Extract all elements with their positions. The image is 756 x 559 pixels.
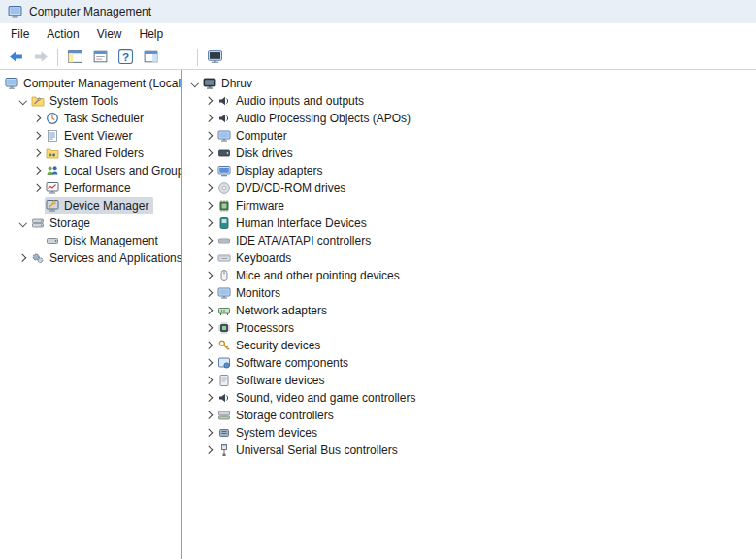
tree-item[interactable]: Audio inputs and outputs	[188, 92, 756, 110]
tree-item[interactable]: Display adapters	[188, 162, 756, 180]
tree-item-content[interactable]: Disk Management	[45, 232, 163, 249]
action-pane-button[interactable]	[139, 47, 162, 68]
back-button[interactable]	[4, 47, 27, 68]
tree-item[interactable]: Processors	[188, 319, 756, 337]
tree-item[interactable]: Computer Management (Local)	[2, 75, 181, 92]
tree-item[interactable]: Sound, video and game controllers	[188, 389, 756, 407]
tree-item[interactable]: Storage controllers	[188, 407, 756, 424]
chevron-icon[interactable]	[203, 249, 216, 267]
tree-item[interactable]: Storage	[2, 214, 181, 232]
tree-item-content[interactable]: Device Manager	[45, 197, 153, 214]
chevron-icon[interactable]	[203, 214, 216, 232]
chevron-icon[interactable]	[31, 145, 45, 162]
tree-item-content[interactable]: DVD/CD-ROM drives	[216, 180, 350, 197]
tree-item[interactable]: IDE ATA/ATAPI controllers	[188, 232, 756, 249]
tree-item-content[interactable]: Local Users and Groups	[45, 162, 182, 180]
tree-item[interactable]: Computer	[188, 127, 756, 145]
tree-item-content[interactable]: System Tools	[30, 92, 123, 110]
tree-item-content[interactable]: Audio Processing Objects (APOs)	[216, 110, 415, 127]
chevron-icon[interactable]	[203, 337, 216, 354]
tree-item[interactable]: Performance	[2, 180, 181, 197]
chevron-icon[interactable]	[203, 354, 216, 372]
chevron-icon[interactable]	[31, 127, 45, 145]
chevron-icon[interactable]	[203, 319, 216, 337]
tree-item-content[interactable]: Storage	[30, 214, 95, 232]
chevron-icon[interactable]	[16, 92, 30, 110]
menu-action[interactable]: Action	[38, 24, 87, 44]
scan-hardware-button[interactable]	[203, 47, 226, 68]
tree-item-content[interactable]: Software components	[216, 354, 353, 372]
tree-item[interactable]: System devices	[188, 424, 756, 442]
tree-item[interactable]: Local Users and Groups	[2, 162, 181, 180]
tree-item[interactable]: Task Scheduler	[2, 110, 181, 127]
properties-button[interactable]	[88, 47, 112, 68]
tree-item-content[interactable]: Storage controllers	[216, 407, 339, 424]
tree-item-content[interactable]: Display adapters	[216, 162, 327, 180]
tree-item-content[interactable]: Firmware	[216, 197, 289, 214]
tree-item[interactable]: Human Interface Devices	[188, 214, 756, 232]
tree-item[interactable]: System Tools	[2, 92, 181, 110]
tree-item-content[interactable]: Performance	[45, 180, 136, 197]
chevron-icon[interactable]	[203, 232, 216, 249]
tree-item[interactable]: Audio Processing Objects (APOs)	[188, 110, 756, 127]
chevron-icon[interactable]	[203, 302, 216, 319]
menu-help[interactable]: Help	[131, 24, 173, 44]
tree-item-content[interactable]: Security devices	[216, 337, 325, 354]
chevron-icon[interactable]	[188, 75, 202, 92]
tree-item[interactable]: Device Manager	[2, 197, 181, 214]
chevron-icon[interactable]	[203, 424, 216, 442]
tree-item[interactable]: Software devices	[188, 372, 756, 389]
tree-item-content[interactable]: Dhruv	[202, 75, 257, 92]
chevron-icon[interactable]	[203, 145, 216, 162]
menu-view[interactable]: View	[88, 24, 131, 44]
chevron-icon[interactable]	[203, 372, 216, 389]
tree-item[interactable]: Network adapters	[188, 302, 756, 319]
tree-item-content[interactable]: Universal Serial Bus controllers	[216, 442, 403, 459]
tree-item[interactable]: Shared Folders	[2, 145, 181, 162]
chevron-icon[interactable]	[203, 442, 216, 459]
tree-item-content[interactable]: Software devices	[216, 372, 329, 389]
tree-item[interactable]: Firmware	[188, 197, 756, 214]
tree-item[interactable]: Universal Serial Bus controllers	[188, 442, 756, 459]
chevron-icon[interactable]	[16, 214, 30, 232]
tree-item-content[interactable]: Audio inputs and outputs	[216, 92, 369, 110]
tree-item-content[interactable]: Computer Management (Local)	[4, 75, 182, 92]
tree-item-content[interactable]: Disk drives	[216, 145, 298, 162]
tree-item-content[interactable]: Keyboards	[216, 249, 296, 267]
chevron-icon[interactable]	[31, 180, 45, 197]
chevron-icon[interactable]	[203, 267, 216, 284]
tree-item-content[interactable]: Event Viewer	[45, 127, 137, 145]
tree-item[interactable]: Monitors	[188, 284, 756, 302]
menu-file[interactable]: File	[2, 24, 38, 44]
chevron-icon[interactable]	[203, 180, 216, 197]
tree-item-content[interactable]: Services and Applications	[30, 249, 182, 267]
tree-item-content[interactable]: Task Scheduler	[45, 110, 148, 127]
chevron-icon[interactable]	[203, 389, 216, 407]
tree-item-content[interactable]: Sound, video and game controllers	[216, 389, 420, 407]
tree-item-content[interactable]: Processors	[216, 319, 299, 337]
tree-item[interactable]: Keyboards	[188, 249, 756, 267]
chevron-icon[interactable]	[31, 110, 45, 127]
chevron-icon[interactable]	[203, 407, 216, 424]
tree-item[interactable]: Disk drives	[188, 145, 756, 162]
tree-item-content[interactable]: IDE ATA/ATAPI controllers	[216, 232, 376, 249]
help-button[interactable]: ?	[114, 47, 137, 68]
tree-item-content[interactable]: Shared Folders	[45, 145, 148, 162]
tree-item-content[interactable]: Human Interface Devices	[216, 214, 372, 232]
chevron-icon[interactable]	[203, 284, 216, 302]
tree-item-content[interactable]: Monitors	[216, 284, 285, 302]
chevron-icon[interactable]	[203, 162, 216, 180]
tree-item[interactable]: Security devices	[188, 337, 756, 354]
tree-item[interactable]: DVD/CD-ROM drives	[188, 180, 756, 197]
tree-item[interactable]: Services and Applications	[2, 249, 181, 267]
forward-button[interactable]	[29, 47, 52, 68]
chevron-icon[interactable]	[16, 249, 30, 267]
tree-item[interactable]: Mice and other pointing devices	[188, 267, 756, 284]
tree-item[interactable]: Software components	[188, 354, 756, 372]
chevron-icon[interactable]	[203, 127, 216, 145]
tree-item[interactable]: Dhruv	[188, 75, 756, 92]
show-hide-console-tree-button[interactable]	[63, 47, 86, 68]
tree-item[interactable]: Event Viewer	[2, 127, 181, 145]
tree-item-content[interactable]: Network adapters	[216, 302, 332, 319]
tree-item-content[interactable]: Mice and other pointing devices	[216, 267, 405, 284]
